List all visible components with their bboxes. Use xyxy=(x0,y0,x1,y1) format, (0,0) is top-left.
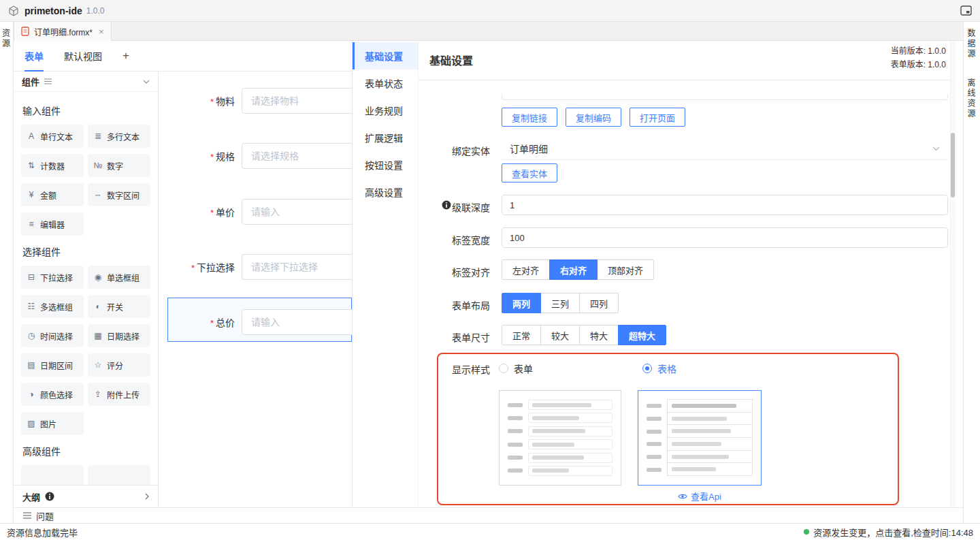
skeleton-field xyxy=(528,400,612,410)
skeleton-bar xyxy=(532,468,569,473)
palette-item-number[interactable]: № 数字 xyxy=(88,154,150,177)
display-style-form-option[interactable]: 表单 xyxy=(499,362,533,375)
dropdown-input[interactable] xyxy=(242,254,352,280)
palette-item-dropdown[interactable]: ⊟ 下拉选择 xyxy=(21,266,84,289)
canvas-field-spec[interactable]: *规格 xyxy=(159,142,352,170)
align-top-option[interactable]: 顶部对齐 xyxy=(597,259,654,280)
table-preview-rows xyxy=(667,400,753,476)
view-entity-button[interactable]: 查看实体 xyxy=(502,163,557,182)
copy-link-button[interactable]: 复制链接 xyxy=(502,108,557,127)
palette-item-color-picker[interactable]: ◑ 颜色选择 xyxy=(21,383,84,406)
settings-nav-extension-logic[interactable]: 扩展逻辑 xyxy=(353,124,418,151)
field-label-text: 总价 xyxy=(216,317,235,328)
palette-item-radio-group[interactable]: ◉ 单选框组 xyxy=(88,266,150,289)
add-view-button[interactable]: + xyxy=(122,49,129,63)
status-right-message[interactable]: 资源发生变更，点击查看,检查时间:14:48 xyxy=(804,526,973,539)
size-large-option[interactable]: 较大 xyxy=(540,325,580,345)
field-label-text: 规格 xyxy=(216,151,235,162)
amount-icon: ¥ xyxy=(27,190,36,200)
label-width-input[interactable] xyxy=(502,227,948,248)
scrollbar-thumb[interactable] xyxy=(951,133,955,197)
outline-label: 大纲 xyxy=(22,490,40,503)
four-column-option[interactable]: 四列 xyxy=(579,293,619,313)
two-column-option[interactable]: 两列 xyxy=(502,293,541,313)
align-right-option[interactable]: 右对齐 xyxy=(549,259,598,280)
settings-nav-form-state[interactable]: 表单状态 xyxy=(353,69,418,97)
size-xlarge-option[interactable]: 特大 xyxy=(579,325,619,345)
canvas-field-dropdown[interactable]: *下拉选择 xyxy=(159,253,352,281)
skeleton-row xyxy=(508,439,612,449)
radio-form-label: 表单 xyxy=(514,362,533,375)
palette-item-number-range[interactable]: ⇔ 数字区间 xyxy=(88,183,150,206)
palette-item-file-upload[interactable]: ⇪ 附件上传 xyxy=(88,383,150,406)
rail-offline-resources[interactable]: 离线资源 xyxy=(967,78,977,119)
number-icon: № xyxy=(93,161,103,170)
components-collapse-icon[interactable] xyxy=(143,80,150,84)
total-price-input[interactable] xyxy=(242,309,352,335)
canvas-field-total-price[interactable]: *总价 xyxy=(159,308,352,336)
required-mark: * xyxy=(210,152,214,162)
settings-nav-button-settings[interactable]: 按钮设置 xyxy=(353,151,418,178)
palette-item-editor[interactable]: ≡ 编辑器 xyxy=(21,212,84,236)
bind-entity-select[interactable]: 订单明细 xyxy=(502,138,948,160)
problems-label: 问题 xyxy=(36,509,54,522)
skeleton-bar xyxy=(647,468,662,472)
canvas-field-unit-price[interactable]: *单价 xyxy=(159,198,352,225)
palette-item-rating[interactable]: ☆ 评分 xyxy=(88,353,150,377)
palette-item-label: 多行文本 xyxy=(107,131,140,142)
skeleton-cell xyxy=(667,462,753,476)
view-api-link[interactable]: 查看Api xyxy=(638,490,762,503)
copy-code-button[interactable]: 复制编码 xyxy=(566,108,621,127)
display-style-radio-table[interactable] xyxy=(642,364,652,373)
palette-item-clipped[interactable] xyxy=(88,465,150,485)
field-label: *下拉选择 xyxy=(159,260,235,274)
align-left-option[interactable]: 左对齐 xyxy=(502,259,550,280)
palette-item-checkbox-group[interactable]: ☷ 多选框组 xyxy=(21,295,84,318)
size-normal-option[interactable]: 正常 xyxy=(502,325,541,345)
tab-form[interactable]: 表单 xyxy=(24,41,44,72)
palette-header[interactable]: 组件 xyxy=(14,72,158,92)
palette-item-amount[interactable]: ¥ 金额 xyxy=(21,183,84,206)
palette-item-time-picker[interactable]: ◷ 时间选择 xyxy=(21,324,84,347)
display-style-radio-form[interactable] xyxy=(499,364,508,373)
open-page-button[interactable]: 打开页面 xyxy=(630,108,685,127)
settings-scrollbar-track[interactable] xyxy=(950,41,956,507)
palette-item-date-range[interactable]: ▤ 日期区间 xyxy=(21,353,84,377)
form-preview-card[interactable] xyxy=(499,390,621,486)
three-column-option[interactable]: 三列 xyxy=(540,293,580,313)
settings-nav-advanced[interactable]: 高级设置 xyxy=(353,178,418,206)
material-input[interactable] xyxy=(242,88,352,114)
settings-nav-basic[interactable]: 基础设置 xyxy=(353,42,418,69)
skeleton-bar xyxy=(532,456,584,460)
file-upload-icon: ⇪ xyxy=(93,390,103,399)
problems-bar[interactable]: 问题 xyxy=(14,507,963,523)
spec-input[interactable] xyxy=(242,143,352,169)
window-icon[interactable] xyxy=(960,5,972,16)
outline-expand-icon[interactable] xyxy=(145,493,149,500)
designer-tabs: 表单 默认视图 + xyxy=(14,41,352,72)
palette-item-single-line-text[interactable]: A 单行文本 xyxy=(21,125,84,148)
palette-body: 输入组件 A 单行文本 ≣ 多行文本 ⇅ 计数器 № 数字 ¥ 金额 xyxy=(14,92,158,485)
palette-item-image[interactable]: ▨ 图片 xyxy=(21,412,84,435)
outline-bar[interactable]: 大纲 xyxy=(14,485,159,507)
canvas-field-material[interactable]: *物料 xyxy=(159,87,352,114)
palette-item-counter[interactable]: ⇅ 计数器 xyxy=(21,154,84,177)
unit-price-input[interactable] xyxy=(242,199,352,225)
size-xxlarge-option[interactable]: 超特大 xyxy=(618,325,666,345)
display-style-table-option[interactable]: 表格 xyxy=(642,362,676,375)
tab-close-icon[interactable]: × xyxy=(99,27,104,36)
entity-dropdown-icon xyxy=(932,146,940,151)
cascade-depth-input[interactable] xyxy=(502,195,948,215)
table-preview-card[interactable] xyxy=(638,390,762,486)
palette-item-date-picker[interactable]: ▦ 日期选择 xyxy=(88,324,150,347)
palette-item-switch[interactable]: ◐ 开关 xyxy=(88,295,150,318)
tab-default-view[interactable]: 默认视图 xyxy=(64,41,102,72)
rail-resources[interactable]: 资源 xyxy=(2,29,12,49)
skeleton-bar xyxy=(647,442,662,446)
file-tab-order-detail[interactable]: 订单明细.formx* × xyxy=(14,22,112,41)
required-mark: * xyxy=(191,263,195,273)
settings-nav-business-rules[interactable]: 业务规则 xyxy=(353,97,418,124)
palette-item-multi-line-text[interactable]: ≣ 多行文本 xyxy=(88,125,150,148)
palette-item-clipped[interactable] xyxy=(21,465,84,485)
rail-datasource[interactable]: 数据源 xyxy=(967,29,977,59)
